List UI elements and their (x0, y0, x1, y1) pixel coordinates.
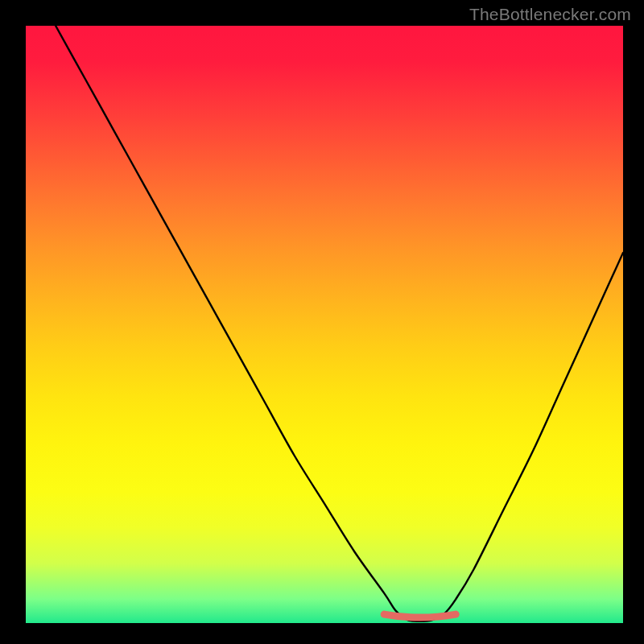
chart-svg (26, 26, 623, 623)
optimal-range-marker (384, 614, 456, 617)
watermark-text: TheBottlenecker.com (469, 5, 631, 24)
plot-area (26, 26, 623, 623)
chart-frame: TheBottlenecker.com (0, 0, 644, 644)
bottleneck-curve (56, 26, 623, 621)
